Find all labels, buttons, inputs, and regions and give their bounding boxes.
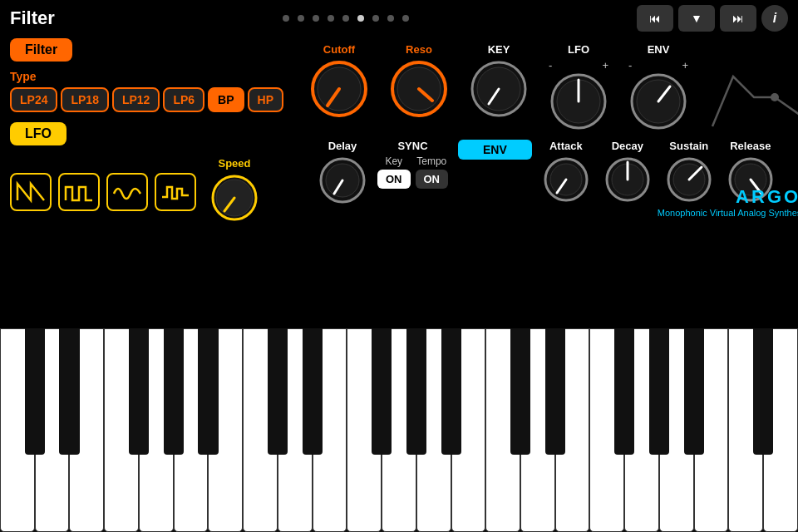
black-key-10[interactable]	[510, 328, 530, 455]
dot-7	[372, 15, 379, 22]
nav-controls: ⏮ ▼ ⏭ i	[637, 5, 788, 32]
black-key-12[interactable]	[614, 328, 634, 455]
delay-label: Delay	[328, 140, 357, 152]
dot-3	[313, 15, 319, 22]
black-key-14[interactable]	[684, 328, 704, 455]
black-key-15[interactable]	[753, 328, 773, 455]
cutoff-label: Cutoff	[323, 43, 355, 56]
env-minus: -	[628, 59, 632, 71]
black-key-2[interactable]	[129, 328, 149, 455]
sine-icon	[112, 180, 142, 204]
filter-section-button[interactable]: Filter	[10, 38, 72, 62]
lfo-shape-sample-hold[interactable]	[155, 173, 196, 211]
sawtooth-rev-icon	[16, 180, 46, 204]
square-icon	[64, 180, 94, 204]
key-knob[interactable]	[469, 59, 529, 122]
speed-label: Speed	[218, 157, 250, 170]
sync-key-label: Key	[385, 155, 402, 167]
filter-knobs-row: Cutoff Reso	[309, 38, 798, 135]
waveform-svg	[708, 68, 798, 135]
filter-type-hp[interactable]: HP	[248, 87, 283, 112]
cutoff-knob[interactable]	[309, 59, 369, 122]
sync-tempo-group: Tempo ON	[416, 155, 449, 189]
branding: ARGON Monophonic Virtual Analog Synthesi…	[658, 186, 798, 218]
black-key-6[interactable]	[303, 328, 323, 455]
lfo-shape-sawtooth-rev[interactable]	[10, 173, 52, 211]
prev-button[interactable]: ⏮	[637, 5, 673, 32]
down-button[interactable]: ▼	[678, 5, 715, 32]
page-title: Filter	[10, 7, 55, 29]
black-key-13[interactable]	[649, 328, 669, 455]
cutoff-group: Cutoff	[309, 43, 369, 122]
next-button[interactable]: ⏭	[720, 5, 756, 32]
left-panel: Filter Type LP24 LP18 LP12 LP6 BP HP LFO	[10, 38, 309, 226]
lfo-knob[interactable]	[549, 71, 608, 135]
filter-type-lp24[interactable]: LP24	[10, 87, 57, 112]
sustain-label: Sustain	[669, 140, 708, 152]
dot-1	[283, 15, 289, 22]
page-dots	[283, 15, 409, 22]
filter-type-lp12[interactable]: LP12	[112, 87, 160, 112]
delay-knob[interactable]	[318, 155, 367, 209]
lfo-knob-group: LFO - +	[549, 43, 608, 135]
sample-hold-icon	[160, 180, 190, 204]
filter-type-lp6[interactable]: LP6	[163, 87, 204, 112]
lfo-shape-square[interactable]	[58, 173, 100, 211]
lfo-section: LFO	[10, 122, 309, 226]
sync-tempo-label: Tempo	[416, 155, 446, 167]
main-panel: Filter Type LP24 LP18 LP12 LP6 BP HP LFO	[0, 37, 798, 226]
info-button[interactable]: i	[761, 5, 788, 32]
key-label: KEY	[488, 43, 510, 56]
black-key-4[interactable]	[198, 328, 218, 455]
dot-6	[357, 15, 364, 22]
svg-point-14	[771, 93, 779, 101]
black-key-3[interactable]	[164, 328, 184, 455]
sync-tempo-toggle[interactable]: ON	[416, 170, 449, 189]
lfo-knob-label: LFO	[568, 43, 589, 56]
release-label: Release	[730, 140, 771, 152]
env-tab-group: ENV	[458, 140, 532, 160]
lfo-section-button[interactable]: LFO	[10, 122, 66, 145]
env-tab-button[interactable]: ENV	[458, 140, 532, 160]
type-label: Type	[10, 70, 309, 83]
env-plus: +	[682, 59, 688, 71]
brand-name: ARGON	[658, 186, 798, 208]
black-key-9[interactable]	[441, 328, 461, 455]
sync-key-toggle[interactable]: ON	[377, 170, 411, 189]
reso-group: Reso	[389, 43, 449, 122]
key-group: KEY	[469, 43, 529, 122]
dot-5	[342, 15, 349, 22]
decay-knob[interactable]	[603, 155, 652, 207]
attack-label: Attack	[549, 140, 583, 152]
lfo-shape-sine[interactable]	[106, 173, 148, 211]
decay-group: Decay	[603, 140, 652, 207]
dot-8	[387, 15, 394, 22]
black-key-11[interactable]	[545, 328, 565, 455]
black-key-1[interactable]	[59, 328, 79, 455]
env-knob[interactable]	[628, 71, 688, 135]
attack-knob[interactable]	[542, 155, 590, 207]
decay-label: Decay	[612, 140, 643, 152]
filter-type-row: LP24 LP18 LP12 LP6 BP HP	[10, 87, 309, 112]
lfo-minus: -	[549, 59, 552, 71]
filter-type-lp18[interactable]: LP18	[61, 87, 108, 112]
dot-4	[328, 15, 334, 22]
sync-key-group: Key ON	[377, 155, 411, 189]
black-key-7[interactable]	[372, 328, 392, 455]
black-key-5[interactable]	[268, 328, 288, 455]
black-key-0[interactable]	[25, 328, 45, 455]
speed-knob[interactable]	[209, 173, 259, 226]
env-knob-group: ENV - +	[628, 43, 688, 135]
dot-9	[402, 15, 409, 22]
sync-group: SYNC Key ON Tempo ON	[377, 140, 448, 189]
piano-keyboard[interactable]	[0, 328, 798, 532]
piano-keys[interactable]	[0, 328, 798, 532]
reso-knob[interactable]	[389, 59, 449, 122]
delay-group: Delay	[318, 140, 367, 209]
right-panel: Cutoff Reso	[309, 38, 798, 226]
filter-type-bp[interactable]: BP	[208, 87, 244, 112]
black-key-8[interactable]	[406, 328, 426, 455]
dot-2	[298, 15, 304, 22]
waveform-display	[708, 68, 798, 135]
sync-label: SYNC	[397, 140, 427, 152]
